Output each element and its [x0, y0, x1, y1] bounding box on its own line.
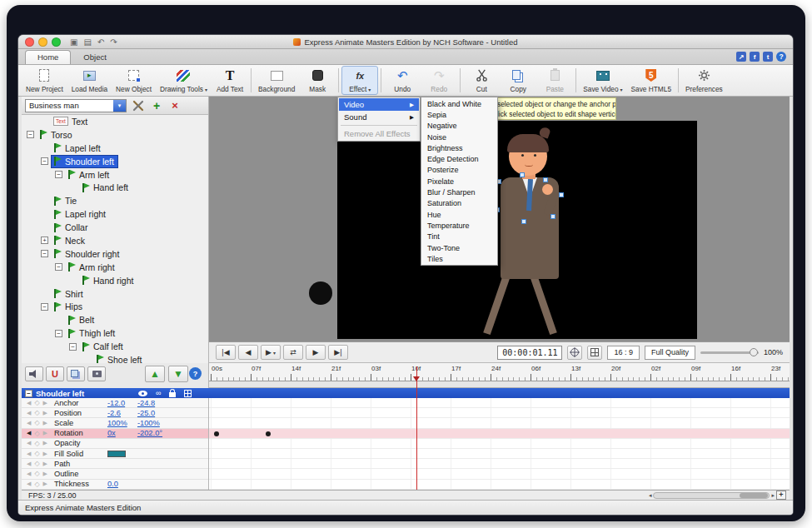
tree-expander[interactable]: −	[41, 303, 48, 311]
quality-button[interactable]: Full Quality	[645, 346, 695, 360]
transport-go-to-start-button[interactable]: |◀	[216, 345, 236, 360]
toolbar-preferences-button[interactable]: Preferences	[681, 66, 727, 95]
tree-item-arm-right[interactable]: −Arm right	[22, 261, 208, 274]
rotation-value-1[interactable]: 0x	[107, 429, 137, 437]
twitter-icon[interactable]: t	[763, 52, 773, 62]
minimize-window-button[interactable]	[38, 37, 47, 47]
tree-item-collar[interactable]: Collar	[22, 221, 208, 234]
next-keyframe-button[interactable]: ▶	[43, 410, 47, 416]
chevron-down-icon[interactable]: ▼	[113, 100, 126, 112]
transport-play-preview-button[interactable]: ▶	[306, 345, 326, 360]
toolbar-background-button[interactable]: Background	[254, 66, 299, 95]
next-keyframe-button[interactable]: ▶	[43, 400, 47, 406]
transport-play-button[interactable]: ▶▾	[261, 345, 281, 360]
canvas-area[interactable]	[209, 97, 790, 341]
submenu-item-two-tone[interactable]: Two-Tone	[422, 242, 496, 253]
prev-keyframe-button[interactable]: ◀	[27, 471, 31, 477]
help-button[interactable]: ?	[776, 52, 786, 62]
toolbar-save-video-button[interactable]: Save Video▾	[579, 66, 626, 95]
param-row-anchor[interactable]: ◀◇▶Anchor-12.0-24.8	[22, 398, 208, 408]
tree-item-lapel-left[interactable]: Lapel left	[22, 142, 208, 155]
submenu-item-brightness[interactable]: Brightness	[422, 142, 496, 153]
tree-item-belt[interactable]: Belt	[22, 313, 208, 326]
scroll-left-icon[interactable]: ◂	[649, 492, 652, 499]
submenu-item-posterize[interactable]: Posterize	[422, 165, 496, 176]
tree-expander[interactable]: −	[27, 131, 34, 138]
toolbar-copy-button[interactable]: Copy	[500, 66, 536, 95]
selection-handle[interactable]	[520, 172, 525, 177]
tree-expander[interactable]: −	[55, 171, 62, 178]
tree-item-hand-right[interactable]: Hand right	[22, 274, 208, 287]
delete-object-button[interactable]: ×	[168, 99, 182, 112]
grid-button[interactable]	[587, 346, 602, 360]
position-value-1[interactable]: -2.6	[107, 409, 137, 417]
add-object-button[interactable]: +	[150, 99, 163, 112]
next-keyframe-button[interactable]: ▶	[43, 420, 47, 426]
color-swatch[interactable]	[107, 451, 126, 457]
track-lane-anchor[interactable]	[209, 398, 790, 408]
scrollbar-thumb[interactable]	[740, 493, 768, 498]
tree-expander[interactable]: −	[69, 343, 77, 351]
transport-loop-button[interactable]: ⇄	[283, 345, 303, 360]
param-row-opacity[interactable]: ◀◇▶Opacity	[22, 439, 208, 449]
param-row-rotation[interactable]: ◀◇▶Rotation0x-202.0°	[22, 429, 208, 439]
track-lane-outline[interactable]	[209, 469, 790, 479]
track-expander[interactable]: −	[25, 390, 32, 397]
submenu-item-black-and-white[interactable]: Black and White	[422, 98, 496, 109]
tree-item-thigh-left[interactable]: −Thigh left	[22, 326, 208, 340]
next-keyframe-button[interactable]: ▶	[43, 430, 47, 436]
u-toggle-button[interactable]: U	[46, 366, 64, 381]
submenu-item-noise[interactable]: Noise	[422, 132, 496, 142]
rotation-value-2[interactable]: -202.0°	[137, 429, 174, 437]
track-header-shoulder-left[interactable]: − Shoulder left ∞	[22, 388, 790, 398]
submenu-item-blur-sharpen[interactable]: Blur / Sharpen	[422, 187, 496, 197]
prev-keyframe-button[interactable]: ◀	[27, 400, 31, 406]
timeline-zoom-in-button[interactable]: +	[776, 491, 786, 500]
submenu-item-hue[interactable]: Hue	[422, 209, 496, 220]
toolbar-add-text-button[interactable]: TAdd Text	[212, 66, 248, 95]
toolbar-save-html5-button[interactable]: 5Save HTML5	[627, 66, 675, 95]
anchor-value-2[interactable]: -24.8	[137, 399, 174, 407]
add-keyframe-button[interactable]: ◇	[34, 430, 39, 437]
next-keyframe-button[interactable]: ▶	[43, 481, 47, 487]
anchor-point-button[interactable]	[567, 346, 582, 360]
toolbar-new-project-button[interactable]: New Project	[22, 66, 67, 95]
move-layer-up-button[interactable]: ▲	[145, 366, 165, 382]
prev-keyframe-button[interactable]: ◀	[27, 430, 31, 436]
toolbar-new-object-button[interactable]: New Object	[112, 66, 156, 95]
toolbar-cut-button[interactable]: Cut	[463, 66, 500, 95]
save-icon[interactable]: ▣	[70, 36, 77, 49]
grid-icon[interactable]	[184, 390, 192, 397]
track-lane-position[interactable]	[209, 408, 790, 418]
param-row-thickness[interactable]: ◀◇▶Thickness0.0	[22, 480, 208, 490]
open-icon[interactable]: ▤	[83, 36, 91, 49]
next-keyframe-button[interactable]: ▶	[43, 440, 47, 446]
submenu-item-saturation[interactable]: Saturation	[422, 198, 496, 209]
add-keyframe-button[interactable]: ◇	[34, 419, 39, 426]
toolbar-drawing-tools-button[interactable]: Drawing Tools▾	[156, 66, 212, 95]
tree-item-arm-left[interactable]: −Arm left	[22, 168, 208, 182]
track-lane-scale[interactable]	[209, 418, 790, 428]
add-keyframe-button[interactable]: ◇	[34, 460, 39, 467]
zoom-slider-handle[interactable]	[750, 348, 758, 356]
lock-icon[interactable]	[169, 392, 176, 397]
zoom-slider[interactable]	[700, 351, 759, 354]
tree-expander[interactable]: −	[41, 250, 48, 257]
track-lane-fill-solid[interactable]	[209, 449, 790, 459]
prev-keyframe-button[interactable]: ◀	[27, 410, 31, 416]
transport-go-to-end-button[interactable]: ▶|	[328, 345, 348, 360]
scroll-right-icon[interactable]: ▸	[771, 492, 775, 499]
timeline-help-button[interactable]: ?	[189, 367, 202, 380]
timeline-ruler[interactable]: 00s07f14f21f03f10f17f24f06f13f20f02f09f1…	[209, 363, 790, 381]
add-keyframe-button[interactable]: ◇	[34, 450, 39, 457]
tree-item-tie[interactable]: Tie	[22, 194, 208, 207]
close-window-button[interactable]	[25, 37, 34, 47]
add-keyframe-button[interactable]: ◇	[34, 409, 39, 416]
keyframe-dot[interactable]	[214, 431, 219, 436]
submenu-item-tiles[interactable]: Tiles	[422, 253, 496, 264]
anchor-value-1[interactable]: -12.0	[107, 399, 137, 407]
visibility-eye-icon[interactable]	[138, 391, 147, 396]
prev-keyframe-button[interactable]: ◀	[27, 461, 31, 467]
tree-item-hips[interactable]: −Hips	[22, 300, 208, 313]
tree-item-lapel-right[interactable]: Lapel right	[22, 207, 208, 221]
